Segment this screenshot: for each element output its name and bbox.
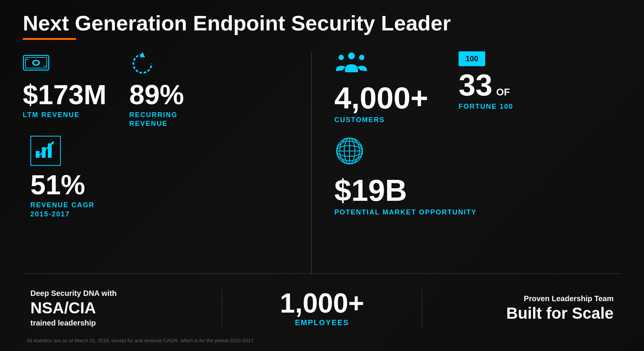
ltm-revenue-metric: $173M LTM REVENUE [23, 51, 106, 119]
left-bottom: 51% REVENUE CAGR 2015-2017 [23, 136, 296, 219]
security-dna-line2: NSA/CIA [30, 299, 96, 318]
svg-point-3 [34, 61, 38, 64]
left-top: $173M LTM REVENUE 89% [23, 51, 296, 129]
leadership-line1: Proven Leadership Team [524, 293, 614, 304]
employees-item: 1,000+ EMPLOYEES [222, 289, 421, 327]
leadership-line2: Built for Scale [506, 304, 614, 323]
employees-label: EMPLOYEES [295, 318, 349, 327]
security-dna-item: Deep Security DNA with NSA/CIA trained l… [23, 288, 222, 328]
fortune100-label: FORTUNE 100 [459, 103, 513, 111]
fortune100-value-row: 33 OF [459, 70, 510, 100]
svg-point-12 [348, 52, 355, 59]
svg-rect-7 [36, 151, 40, 158]
bottom-section: Deep Security DNA with NSA/CIA trained l… [23, 274, 621, 335]
revenue-cagr-label: REVENUE CAGR 2015-2017 [30, 201, 95, 219]
revenue-cagr-metric: 51% REVENUE CAGR 2015-2017 [30, 136, 95, 219]
page-title: Next Generation Endpoint Security Leader [23, 11, 621, 35]
fortune100-metric: 100 33 OF FORTUNE 100 [459, 51, 513, 111]
right-top: 4,000+ CUSTOMERS 100 33 OF FORTUNE 100 [334, 51, 621, 124]
main-content: $173M LTM REVENUE 89% [23, 51, 621, 274]
employees-value: 1,000+ [280, 289, 364, 317]
people-icon [334, 51, 369, 79]
slide: Next Generation Endpoint Security Leader [0, 0, 644, 351]
refresh-icon [129, 51, 156, 77]
title-section: Next Generation Endpoint Security Leader [23, 11, 621, 48]
title-underline [23, 38, 76, 40]
recurring-revenue-value: 89% [129, 81, 184, 108]
svg-point-14 [359, 55, 364, 60]
fortune100-number: 33 [459, 70, 492, 100]
customers-value: 4,000+ [334, 83, 428, 113]
customers-metric: 4,000+ CUSTOMERS [334, 51, 428, 124]
recurring-revenue-label: RECURRING REVENUE [129, 111, 177, 129]
left-panel: $173M LTM REVENUE 89% [23, 51, 312, 273]
leadership-item: Proven Leadership Team Built for Scale [422, 293, 621, 323]
security-dna-line3: trained leadership [30, 318, 96, 328]
ltm-revenue-label: LTM REVENUE [23, 111, 80, 119]
market-label: POTENTIAL MARKET OPPORTUNITY [334, 208, 477, 217]
recurring-revenue-metric: 89% RECURRING REVENUE [129, 51, 184, 129]
globe-icon [334, 136, 365, 172]
money-icon [23, 51, 49, 77]
market-opportunity-section: $19B POTENTIAL MARKET OPPORTUNITY [334, 136, 621, 217]
market-opportunity-metric: $19B POTENTIAL MARKET OPPORTUNITY [334, 136, 477, 217]
chart-icon [30, 136, 61, 166]
fortune100-of: OF [496, 86, 510, 98]
revenue-cagr-value: 51% [30, 171, 85, 199]
security-dna-line1: Deep Security DNA with [30, 288, 117, 299]
fortune100-icon: 100 [459, 51, 485, 66]
customers-label: CUSTOMERS [334, 116, 385, 124]
svg-point-13 [339, 55, 344, 60]
footer-text: All statistics are as of March 31, 2018,… [23, 335, 621, 343]
right-panel: 4,000+ CUSTOMERS 100 33 OF FORTUNE 100 [312, 51, 621, 273]
ltm-revenue-value: $173M [23, 81, 106, 108]
market-value: $19B [334, 175, 407, 206]
